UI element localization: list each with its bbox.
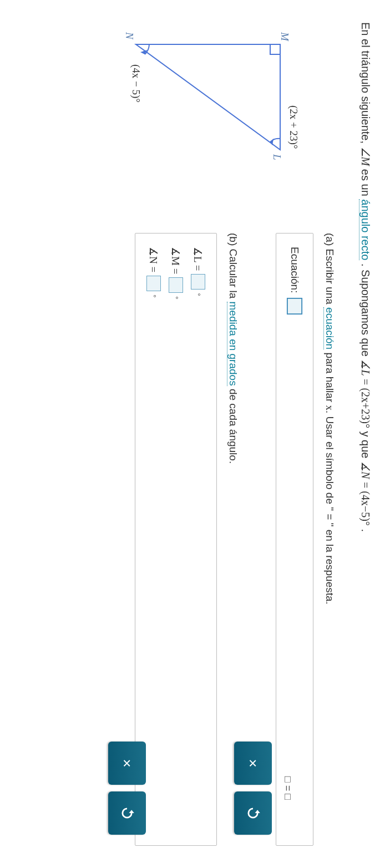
vertex-L: L xyxy=(271,154,283,160)
toolbox-b: × xyxy=(108,742,146,835)
label-N-expr: (4x − 5)° xyxy=(130,64,142,103)
triangle-figure: (2x + 23)° L M N (4x − 5)° xyxy=(114,22,336,211)
expr-L-lhs: ∡L xyxy=(359,359,372,375)
text-mid2: . Supongamos que xyxy=(359,263,372,359)
expr-N-rhs: (4x−5)° xyxy=(359,491,372,526)
reset-button-b[interactable] xyxy=(108,791,146,835)
link-right-angle[interactable]: ángulo recto xyxy=(359,199,372,260)
page-content: En el triángulo siguiente, ∠M es un ángu… xyxy=(0,0,390,868)
equation-template-hint[interactable]: □ = □ xyxy=(280,772,296,804)
deg-L: ° xyxy=(194,293,202,296)
vertex-N: N xyxy=(124,32,135,40)
triangle-svg: (2x + 23)° L M N (4x − 5)° xyxy=(114,22,302,200)
link-equation[interactable]: ecuación xyxy=(323,307,336,349)
angle-M-symbol: ∠M xyxy=(359,147,372,166)
b-post: de cada ángulo. xyxy=(227,386,239,464)
angle-M-label: ∡M = xyxy=(170,247,183,274)
text-mid3: y que xyxy=(359,432,372,461)
eq2: = xyxy=(359,482,372,491)
deg-M: ° xyxy=(172,296,180,299)
svg-marker-4 xyxy=(255,810,260,813)
expr-L-rhs: (2x+23)° xyxy=(359,388,372,428)
clear-button-b[interactable]: × xyxy=(108,742,146,785)
questions-column: (a) Escribir una ecuación para hallar x.… xyxy=(114,233,336,846)
equation-input[interactable] xyxy=(287,298,302,314)
text-mid1: es un xyxy=(359,169,372,199)
part-a-text: (a) Escribir una ecuación para hallar x.… xyxy=(323,233,336,846)
deg-N: ° xyxy=(150,295,158,297)
a-var: x xyxy=(324,405,336,411)
hint-left: □ xyxy=(282,776,293,783)
angle-N-input[interactable] xyxy=(146,276,161,291)
x-icon: × xyxy=(245,759,262,767)
content-row: (2x + 23)° L M N (4x − 5)° (a) Escribir … xyxy=(114,22,336,846)
reset-button[interactable] xyxy=(234,791,272,835)
undo-icon xyxy=(119,805,135,821)
problem-statement: En el triángulo siguiente, ∠M es un ángu… xyxy=(358,22,373,846)
a-pre: (a) Escribir una xyxy=(324,233,336,307)
clear-button[interactable]: × xyxy=(234,742,272,785)
a-post: . Usar el símbolo de " = " en la respues… xyxy=(324,410,336,605)
undo-icon xyxy=(245,805,261,821)
toolbox-a: □ = □ × xyxy=(234,742,296,835)
angles-answer-box: ∡L = ° ∡M = ° ∡N = ° xyxy=(135,233,217,846)
text-prefix: En el triángulo siguiente, xyxy=(359,22,372,147)
angle-L-input[interactable] xyxy=(191,274,205,290)
svg-marker-5 xyxy=(129,810,134,813)
angle-M-input[interactable] xyxy=(169,277,183,293)
eq1: = xyxy=(359,379,372,388)
angle-L-row: ∡L = ° xyxy=(191,247,205,832)
equation-label: Ecuación: xyxy=(288,247,301,293)
angle-L-label: ∡L = xyxy=(192,247,205,271)
hint-right: □ xyxy=(282,794,293,800)
link-degree-measure[interactable]: medida en grados xyxy=(227,302,239,386)
angle-M-row: ∡M = ° xyxy=(169,247,183,832)
vertex-M: M xyxy=(279,32,291,42)
label-L-expr: (2x + 23)° xyxy=(287,105,300,149)
angle-N-row: ∡N = ° xyxy=(146,247,161,832)
a-mid: para hallar xyxy=(324,349,336,405)
hint-mid: = xyxy=(282,785,293,791)
text-tail: . xyxy=(359,529,372,532)
svg-marker-0 xyxy=(136,44,280,150)
angle-N-label: ∡N = xyxy=(148,247,160,272)
svg-rect-1 xyxy=(270,44,280,54)
b-pre: (b) Calcular la xyxy=(227,233,239,302)
expr-N-lhs: ∡N xyxy=(359,461,372,479)
x-icon: × xyxy=(119,759,136,767)
